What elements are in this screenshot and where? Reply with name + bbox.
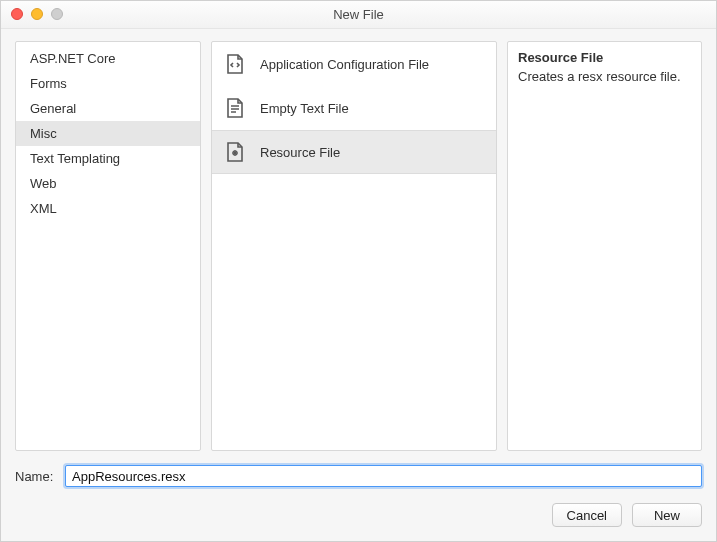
columns: ASP.NET Core Forms General Misc Text Tem… [15, 41, 702, 451]
description-panel: Resource File Creates a resx resource fi… [507, 41, 702, 451]
template-panel: Application Configuration File [211, 41, 497, 451]
new-button[interactable]: New [632, 503, 702, 527]
template-label: Empty Text File [260, 101, 349, 116]
window-title: New File [1, 1, 716, 29]
close-window-button[interactable] [11, 8, 23, 20]
titlebar: New File [1, 1, 716, 29]
category-list[interactable]: ASP.NET Core Forms General Misc Text Tem… [16, 42, 200, 225]
category-item-aspnet-core[interactable]: ASP.NET Core [16, 46, 200, 71]
maximize-window-button [51, 8, 63, 20]
name-row: Name: [15, 465, 702, 487]
description-text: Creates a resx resource file. [518, 68, 691, 86]
dialog-body: ASP.NET Core Forms General Misc Text Tem… [1, 29, 716, 541]
category-item-xml[interactable]: XML [16, 196, 200, 221]
description-title: Resource File [518, 50, 691, 65]
window-controls [11, 8, 63, 20]
minimize-window-button[interactable] [31, 8, 43, 20]
template-label: Resource File [260, 145, 340, 160]
new-file-dialog: New File ASP.NET Core Forms General Misc… [0, 0, 717, 542]
name-label: Name: [15, 469, 57, 484]
category-item-misc[interactable]: Misc [16, 121, 200, 146]
category-item-web[interactable]: Web [16, 171, 200, 196]
template-item-app-config[interactable]: Application Configuration File [212, 42, 496, 86]
template-item-resource-file[interactable]: Resource File [212, 130, 496, 174]
cancel-button[interactable]: Cancel [552, 503, 622, 527]
resource-file-icon [222, 139, 248, 165]
button-row: Cancel New [15, 503, 702, 527]
template-label: Application Configuration File [260, 57, 429, 72]
template-list[interactable]: Application Configuration File [212, 42, 496, 174]
category-item-text-templating[interactable]: Text Templating [16, 146, 200, 171]
category-panel: ASP.NET Core Forms General Misc Text Tem… [15, 41, 201, 451]
text-file-icon [222, 95, 248, 121]
name-input[interactable] [65, 465, 702, 487]
category-item-forms[interactable]: Forms [16, 71, 200, 96]
template-item-empty-text[interactable]: Empty Text File [212, 86, 496, 130]
code-file-icon [222, 51, 248, 77]
category-item-general[interactable]: General [16, 96, 200, 121]
